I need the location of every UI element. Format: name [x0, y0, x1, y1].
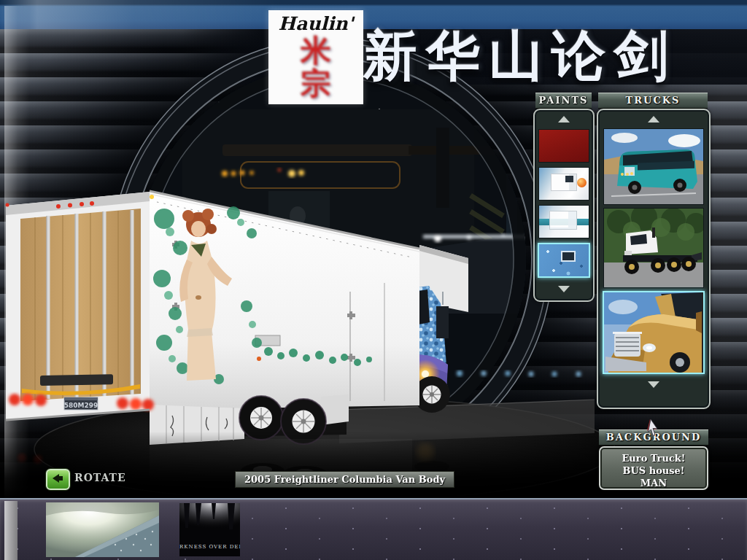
- svg-text:580M299: 580M299: [64, 402, 98, 409]
- trucks-scroll-down-icon[interactable]: [648, 381, 659, 388]
- background-thumb-building[interactable]: [46, 502, 159, 557]
- trucks-header: TRUCKS: [598, 93, 708, 109]
- trucks-scroll-up-icon[interactable]: [648, 116, 659, 122]
- paints-panel: [533, 109, 595, 302]
- paints-scroll-up-icon[interactable]: [558, 116, 570, 122]
- info-line-1: Euro Truck!: [600, 452, 707, 464]
- background-thumb-darkness[interactable]: RKNESS OVER DEP: [179, 503, 240, 556]
- background-info-box: Euro Truck! BUS house! MAN: [599, 446, 708, 490]
- paints-scroll-down-icon[interactable]: [558, 286, 570, 292]
- truck-item-freightliner-selected[interactable]: [603, 291, 705, 374]
- paint-item-blue-camo-selected[interactable]: [538, 243, 590, 278]
- trucks-panel: [597, 109, 711, 409]
- strip-left-bar: [4, 501, 18, 560]
- paint-item-red[interactable]: [538, 129, 589, 163]
- haulin-logo: Haulin' 米 宗: [268, 10, 363, 104]
- darkness-thumb-title: RKNESS OVER DEP: [179, 544, 240, 550]
- bottom-thumbnail-strip: RKNESS OVER DEP: [0, 498, 747, 560]
- logo-chinese-char-1: 米: [268, 34, 363, 67]
- rotate-button[interactable]: [46, 469, 70, 490]
- rotate-label: ROTATE: [74, 472, 126, 483]
- rotate-arrow-icon: [53, 474, 59, 483]
- paint-item-white[interactable]: [538, 167, 589, 201]
- truck-customization-screen: 580M299: [0, 0, 747, 560]
- truck-name-bar: 2005 Freightliner Columbia Van Body: [235, 471, 454, 488]
- truck-item-bus[interactable]: [603, 128, 704, 205]
- logo-chinese-char-2: 宗: [268, 67, 363, 100]
- banner-title: 新华山论剑: [363, 20, 743, 82]
- paint-item-teal-stripe[interactable]: [538, 205, 589, 238]
- info-line-2: BUS house!: [600, 464, 707, 477]
- license-plate: 580M299: [64, 397, 98, 410]
- trailer-rear: 580M299: [6, 192, 155, 420]
- info-line-3: MAN: [600, 477, 707, 489]
- haulin-logo-text: Haulin': [268, 13, 363, 34]
- paint-logo-dot: [577, 178, 587, 187]
- mouse-cursor: [645, 419, 661, 438]
- paints-header: PAINTS: [535, 93, 592, 109]
- truck-item-chassis[interactable]: [603, 208, 704, 288]
